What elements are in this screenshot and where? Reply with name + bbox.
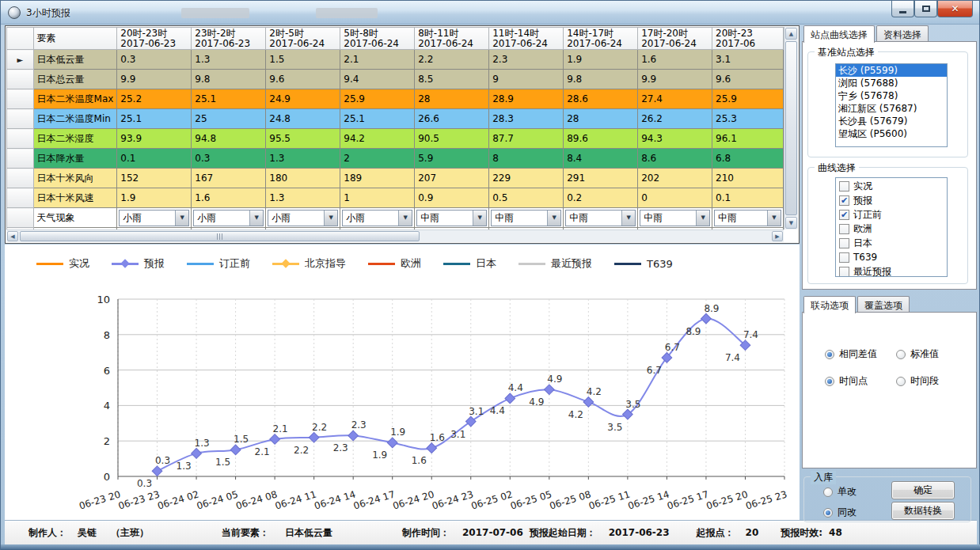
storage-radio[interactable]: 同改 <box>823 506 857 519</box>
value-cell[interactable]: 25.2 <box>117 89 192 109</box>
value-cell[interactable]: 1.3 <box>266 188 340 208</box>
row-label-cell[interactable]: 日本二米湿度 <box>33 129 117 149</box>
data-point-marker[interactable] <box>348 431 359 441</box>
value-cell[interactable]: 202 <box>638 169 712 188</box>
checkbox-icon[interactable] <box>839 238 849 248</box>
value-cell[interactable]: 90.5 <box>415 129 489 149</box>
scroll-down-button[interactable]: ▼ <box>785 217 797 229</box>
value-cell[interactable]: 210 <box>712 169 784 188</box>
value-cell[interactable]: 94.8 <box>192 129 266 149</box>
curve-checkbox-row[interactable]: ✔预报 <box>839 194 947 207</box>
data-convert-button[interactable]: 数据转换 <box>891 502 955 520</box>
weather-dropdown[interactable]: 小雨▼ <box>193 210 264 226</box>
value-cell[interactable]: 0.1 <box>712 188 784 208</box>
minimize-button[interactable] <box>891 1 914 17</box>
value-cell[interactable]: 94.3 <box>638 129 712 149</box>
value-cell[interactable]: 28 <box>564 109 638 129</box>
radio-icon[interactable] <box>896 377 906 386</box>
value-cell[interactable]: 25.1 <box>340 109 415 129</box>
row-label-cell[interactable]: 日本十米风向 <box>33 169 117 188</box>
value-cell[interactable]: 180 <box>266 169 340 188</box>
row-selector-cell[interactable] <box>7 208 34 228</box>
value-cell[interactable]: 28.6 <box>564 89 638 109</box>
tab-inactive[interactable]: 覆盖选项 <box>857 296 910 313</box>
value-cell[interactable]: 25.9 <box>340 89 415 109</box>
legend-item[interactable]: 日本 <box>443 256 496 271</box>
data-point-marker[interactable] <box>427 443 437 453</box>
legend-item[interactable]: 订正前 <box>187 256 250 271</box>
value-cell[interactable]: 8.4 <box>564 149 638 169</box>
value-cell[interactable]: 8.6 <box>638 149 712 169</box>
radio-icon[interactable] <box>825 377 834 386</box>
value-cell[interactable]: 0 <box>638 188 712 208</box>
value-cell[interactable]: 1 <box>340 188 415 208</box>
value-cell[interactable]: 0.3 <box>117 50 192 70</box>
value-cell[interactable]: 0.5 <box>489 188 564 208</box>
value-cell[interactable]: 25.1 <box>192 89 266 109</box>
checkbox-icon[interactable]: ✔ <box>839 210 849 220</box>
dropdown-arrow-icon[interactable]: ▼ <box>398 211 412 226</box>
tab-active[interactable]: 站点曲线选择 <box>803 25 875 43</box>
value-cell[interactable]: 9.9 <box>638 70 712 89</box>
curve-checkbox-row[interactable]: 日本 <box>839 237 947 249</box>
scroll-up-button[interactable]: ▲ <box>785 28 797 40</box>
row-label-cell[interactable]: 日本低云量 <box>33 50 117 70</box>
weather-dropdown[interactable]: 中雨▼ <box>416 210 487 226</box>
station-list-item[interactable]: 长沙县 (57679) <box>836 115 947 127</box>
value-cell[interactable]: 9.6 <box>712 70 784 89</box>
dropdown-arrow-icon[interactable]: ▼ <box>696 211 709 226</box>
value-cell[interactable]: 28 <box>415 89 489 109</box>
value-cell[interactable]: 229 <box>489 169 564 188</box>
dropdown-arrow-icon[interactable]: ▼ <box>621 211 635 226</box>
value-cell[interactable]: 2.1 <box>340 50 415 70</box>
station-list-item[interactable]: 望城区 (P5600) <box>836 127 947 140</box>
value-cell[interactable]: 25.3 <box>712 109 784 129</box>
value-cell[interactable]: 25 <box>192 109 266 129</box>
dropdown-arrow-icon[interactable]: ▼ <box>767 211 781 226</box>
value-cell[interactable]: 28.9 <box>489 89 564 109</box>
legend-item[interactable]: 北京指导 <box>272 256 346 271</box>
data-point-marker[interactable] <box>544 385 554 395</box>
data-point-marker[interactable] <box>152 466 162 476</box>
value-cell[interactable]: 89.6 <box>564 129 638 149</box>
station-list-item[interactable]: 宁乡 (57678) <box>836 89 947 102</box>
row-selector-cell[interactable] <box>7 89 34 109</box>
radio-icon[interactable] <box>823 508 833 518</box>
value-cell[interactable]: 9.9 <box>117 70 192 89</box>
vertical-scroll-thumb[interactable] <box>785 41 797 215</box>
value-cell[interactable]: 8 <box>489 149 564 169</box>
station-list-item[interactable]: 长沙 (P5599) <box>836 64 947 77</box>
value-cell[interactable]: 207 <box>415 169 489 188</box>
weather-dropdown[interactable]: 小雨▼ <box>268 210 338 226</box>
data-point-marker[interactable] <box>701 313 712 324</box>
confirm-button[interactable]: 确定 <box>891 481 955 499</box>
row-label-cell[interactable]: 日本总云量 <box>33 70 117 89</box>
weather-dropdown[interactable]: 小雨▼ <box>119 210 189 226</box>
table-vertical-scrollbar[interactable]: ▲ ▼ <box>784 27 798 229</box>
checkbox-icon[interactable]: ✔ <box>839 195 849 206</box>
row-label-cell[interactable]: 日本二米温度Max <box>33 89 117 109</box>
tab-inactive[interactable]: 资料选择 <box>876 25 929 42</box>
checkbox-icon[interactable] <box>839 267 849 277</box>
value-cell[interactable]: 1.5 <box>266 50 340 70</box>
value-cell[interactable]: 8.5 <box>415 70 489 89</box>
value-cell[interactable]: 1.9 <box>564 50 638 70</box>
station-list-item[interactable]: 湘江新区 (57687) <box>836 102 947 115</box>
weather-dropdown[interactable]: 小雨▼ <box>342 210 412 226</box>
checkbox-icon[interactable] <box>839 252 849 263</box>
value-cell[interactable]: 1.3 <box>266 149 340 169</box>
radio-icon[interactable] <box>823 487 833 497</box>
row-label-cell[interactable]: 日本降水量 <box>33 149 117 169</box>
value-cell[interactable]: 0.9 <box>415 188 489 208</box>
row-label-cell[interactable]: 日本二米温度Min <box>33 109 117 129</box>
value-cell[interactable]: 3.1 <box>712 50 784 70</box>
data-point-marker[interactable] <box>465 416 476 427</box>
value-cell[interactable]: 291 <box>564 169 638 188</box>
row-label-cell[interactable]: 天气现象 <box>33 208 117 228</box>
data-point-marker[interactable] <box>192 449 202 459</box>
curve-checkbox-row[interactable]: 欧洲 <box>839 222 947 235</box>
row-selector-cell[interactable]: ► <box>7 50 34 70</box>
value-cell[interactable]: 152 <box>117 169 192 188</box>
row-selector-cell[interactable] <box>7 169 34 188</box>
link-option-radio[interactable]: 相同差值 <box>825 347 877 361</box>
